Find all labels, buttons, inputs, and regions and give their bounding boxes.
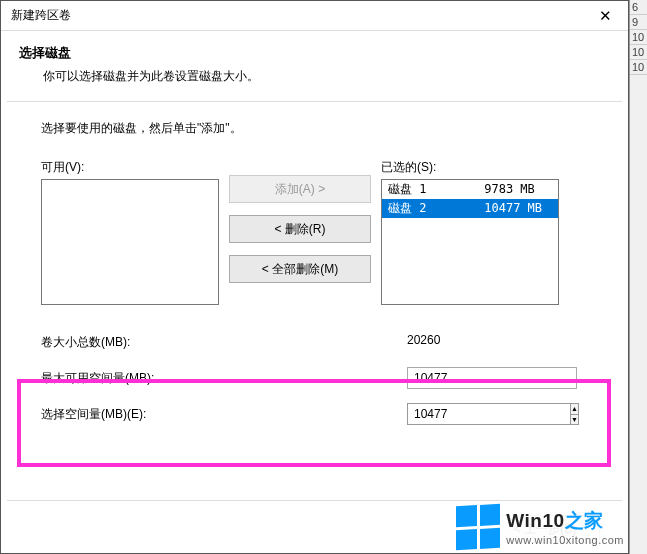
list-item[interactable]: 磁盘 1 9783 MB <box>382 180 558 199</box>
transfer-buttons: 添加(A) > < 删除(R) < 全部删除(M) <box>229 159 371 283</box>
close-button[interactable]: ✕ <box>583 1 628 30</box>
available-label: 可用(V): <box>41 159 219 176</box>
available-listbox[interactable] <box>41 179 219 305</box>
max-space-row: 最大可用空间量(MB): 10477 <box>41 367 588 389</box>
total-size-label: 卷大小总数(MB): <box>41 334 407 351</box>
instruction-text: 选择要使用的磁盘，然后单击"添加"。 <box>41 120 588 137</box>
titlebar[interactable]: 新建跨区卷 ✕ <box>1 1 628 31</box>
page-title: 选择磁盘 <box>19 45 610 62</box>
total-size-value: 20260 <box>407 331 577 353</box>
watermark-text: Win10之家 www.win10xitong.com <box>506 508 624 546</box>
close-icon: ✕ <box>599 7 612 25</box>
watermark: Win10之家 www.win10xitong.com <box>450 501 626 551</box>
available-column: 可用(V): <box>41 159 219 305</box>
wizard-dialog: 新建跨区卷 ✕ 选择磁盘 你可以选择磁盘并为此卷设置磁盘大小。 选择要使用的磁盘… <box>0 0 629 554</box>
page-subtitle: 你可以选择磁盘并为此卷设置磁盘大小。 <box>43 68 610 85</box>
selected-listbox[interactable]: 磁盘 1 9783 MB磁盘 2 10477 MB <box>381 179 559 305</box>
selected-label: 已选的(S): <box>381 159 559 176</box>
size-fields: 卷大小总数(MB): 20260 最大可用空间量(MB): 10477 选择空间… <box>41 331 588 425</box>
window-title: 新建跨区卷 <box>11 7 71 24</box>
remove-button[interactable]: < 删除(R) <box>229 215 371 243</box>
select-space-spinner[interactable]: ▲ ▼ <box>407 403 577 425</box>
wizard-header: 选择磁盘 你可以选择磁盘并为此卷设置磁盘大小。 <box>1 31 628 97</box>
select-space-label: 选择空间量(MB)(E): <box>41 406 407 423</box>
obscured-right-strip: 6 9 10 10 10 <box>629 0 647 554</box>
list-item[interactable]: 磁盘 2 10477 MB <box>382 199 558 218</box>
select-space-input[interactable] <box>407 403 571 425</box>
spinner-down-icon[interactable]: ▼ <box>571 415 578 425</box>
add-button: 添加(A) > <box>229 175 371 203</box>
max-space-label: 最大可用空间量(MB): <box>41 370 407 387</box>
content-area: 选择要使用的磁盘，然后单击"添加"。 可用(V): 添加(A) > < 删除(R… <box>1 102 628 449</box>
windows-logo-icon <box>456 504 500 550</box>
spinner-up-icon[interactable]: ▲ <box>571 404 578 415</box>
total-size-row: 卷大小总数(MB): 20260 <box>41 331 588 353</box>
max-space-value: 10477 <box>407 367 577 389</box>
selected-column: 已选的(S): 磁盘 1 9783 MB磁盘 2 10477 MB <box>381 159 559 305</box>
select-space-row: 选择空间量(MB)(E): ▲ ▼ <box>41 403 588 425</box>
remove-all-button[interactable]: < 全部删除(M) <box>229 255 371 283</box>
